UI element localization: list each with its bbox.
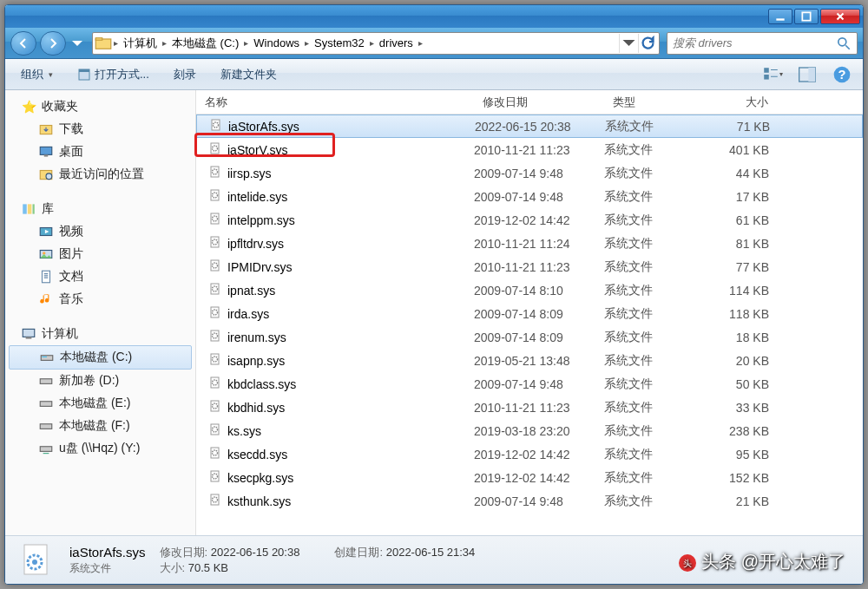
crumb-sep[interactable]: ▸ xyxy=(242,38,250,48)
crumb-system32[interactable]: System32 xyxy=(311,36,368,49)
svg-rect-1 xyxy=(802,12,810,20)
file-name: iirsp.sys xyxy=(227,167,272,180)
sidebar-item-documents[interactable]: 文档 xyxy=(5,265,195,288)
table-row[interactable]: ksthunk.sys2009-07-14 9:48系统文件21 KB xyxy=(196,489,863,513)
minimize-button[interactable] xyxy=(768,9,792,24)
table-row[interactable]: intelide.sys2009-07-14 9:48系统文件17 KB xyxy=(196,185,863,208)
file-type: 系统文件 xyxy=(604,330,708,345)
svg-point-4 xyxy=(838,37,846,45)
search-input[interactable] xyxy=(673,36,836,49)
organize-button[interactable]: 组织 xyxy=(16,63,58,86)
sidebar-item-e[interactable]: 本地磁盘 (E:) xyxy=(5,392,195,415)
table-row[interactable]: ipfltdrv.sys2010-11-21 11:24系统文件81 KB xyxy=(196,232,863,255)
libraries-label: 库 xyxy=(42,201,54,217)
file-list[interactable]: iaStorAfs.sys2022-06-15 20:38系统文件71 KBia… xyxy=(196,115,863,535)
close-button[interactable] xyxy=(820,9,860,24)
content-area: ⭐收藏夹 下载 桌面 最近访问的位置 库 视频 图片 文档 音乐 计算机 本地磁… xyxy=(5,90,863,535)
crumb-c[interactable]: 本地磁盘 (C:) xyxy=(168,36,242,51)
favorites-header[interactable]: ⭐收藏夹 xyxy=(5,95,195,118)
sidebar-item-c[interactable]: 本地磁盘 (C:) xyxy=(9,345,192,370)
openwith-button[interactable]: 打开方式... xyxy=(72,63,155,86)
crumb-computer[interactable]: 计算机 xyxy=(120,36,161,51)
table-row[interactable]: kbdclass.sys2009-07-14 9:48系统文件50 KB xyxy=(196,372,863,396)
sidebar-item-f[interactable]: 本地磁盘 (F:) xyxy=(5,415,195,437)
sidebar-item-videos[interactable]: 视频 xyxy=(5,220,195,243)
crumb-sep[interactable]: ▸ xyxy=(368,38,376,48)
col-type[interactable]: 类型 xyxy=(604,95,708,110)
help-button[interactable]: ? xyxy=(832,64,852,85)
maximize-button[interactable] xyxy=(794,9,819,24)
col-size[interactable]: 大小 xyxy=(708,95,795,110)
address-bar[interactable]: ▸ 计算机 ▸ 本地磁盘 (C:) ▸ Windows ▸ System32 ▸… xyxy=(92,32,660,55)
file-name: ksecpkg.sys xyxy=(227,471,293,485)
preview-button[interactable] xyxy=(797,64,818,85)
crumb-sep[interactable]: ▸ xyxy=(417,38,424,48)
table-row[interactable]: ipnat.sys2009-07-14 8:10系统文件114 KB xyxy=(196,278,863,302)
file-name: iaStorV.sys xyxy=(227,143,288,157)
sysfile-icon xyxy=(208,235,222,252)
file-name: kbdclass.sys xyxy=(227,377,296,391)
svg-point-69 xyxy=(32,560,37,565)
sidebar-item-recent[interactable]: 最近访问的位置 xyxy=(5,163,195,186)
favorites-label: 收藏夹 xyxy=(42,99,78,115)
table-row[interactable]: iaStorV.sys2010-11-21 11:23系统文件401 KB xyxy=(196,138,863,161)
file-date: 2019-12-02 14:42 xyxy=(474,448,604,461)
openwith-icon xyxy=(77,68,91,82)
svg-rect-28 xyxy=(42,357,47,357)
column-header: 名称 修改日期 类型 大小 xyxy=(196,90,863,115)
computer-header[interactable]: 计算机 xyxy=(5,323,195,345)
burn-button[interactable]: 刻录 xyxy=(168,63,201,86)
col-name[interactable]: 名称 xyxy=(196,95,474,110)
recent-icon xyxy=(38,167,54,182)
table-row[interactable]: IPMIDrv.sys2010-11-21 11:23系统文件77 KB xyxy=(196,255,863,278)
file-name: ipnat.sys xyxy=(227,284,275,298)
nav-label: 文档 xyxy=(59,269,83,285)
titlebar xyxy=(5,5,863,28)
file-name: IPMIDrv.sys xyxy=(227,260,292,274)
crumb-sep[interactable]: ▸ xyxy=(112,38,120,48)
table-row[interactable]: isapnp.sys2019-05-21 13:48系统文件20 KB xyxy=(196,349,863,372)
table-row[interactable]: kbdhid.sys2010-11-21 11:23系统文件33 KB xyxy=(196,396,863,419)
file-date: 2022-06-15 20:38 xyxy=(475,120,605,134)
file-date: 2009-07-14 9:48 xyxy=(474,167,604,180)
sysfile-icon xyxy=(208,469,222,486)
view-button[interactable]: ▾ xyxy=(762,64,783,85)
sidebar-item-pictures[interactable]: 图片 xyxy=(5,243,195,265)
search-icon xyxy=(836,36,852,51)
sidebar-item-music[interactable]: 音乐 xyxy=(5,288,195,311)
sysfile-icon xyxy=(208,282,222,298)
file-date: 2009-07-14 9:48 xyxy=(474,494,604,508)
table-row[interactable]: iaStorAfs.sys2022-06-15 20:38系统文件71 KB xyxy=(196,115,863,138)
back-button[interactable] xyxy=(10,31,36,56)
refresh-button[interactable] xyxy=(638,34,657,53)
nav-label: 视频 xyxy=(59,224,83,239)
sidebar-item-netdrive[interactable]: u盘 (\\Hqz) (Y:) xyxy=(5,437,195,460)
table-row[interactable]: irenum.sys2009-07-14 8:09系统文件18 KB xyxy=(196,325,863,349)
table-row[interactable]: iirsp.sys2009-07-14 9:48系统文件44 KB xyxy=(196,161,863,185)
search-box[interactable] xyxy=(667,32,858,55)
history-dropdown[interactable] xyxy=(69,33,85,54)
crumb-drivers[interactable]: drivers xyxy=(376,36,417,49)
sidebar-item-d[interactable]: 新加卷 (D:) xyxy=(5,370,195,392)
size-value: 70.5 KB xyxy=(188,561,228,574)
table-row[interactable]: ksecpkg.sys2019-12-02 14:42系统文件152 KB xyxy=(196,466,863,489)
sidebar-item-desktop[interactable]: 桌面 xyxy=(5,141,195,163)
svg-rect-18 xyxy=(23,204,27,213)
table-row[interactable]: ks.sys2019-03-18 23:20系统文件238 KB xyxy=(196,419,863,442)
create-label: 创建日期: xyxy=(334,546,383,559)
star-icon: ⭐ xyxy=(21,99,36,115)
crumb-sep[interactable]: ▸ xyxy=(303,38,311,48)
newfolder-button[interactable]: 新建文件夹 xyxy=(215,63,282,86)
forward-button[interactable] xyxy=(40,31,66,56)
svg-rect-3 xyxy=(95,37,102,40)
col-date[interactable]: 修改日期 xyxy=(474,95,604,110)
table-row[interactable]: irda.sys2009-07-14 8:09系统文件118 KB xyxy=(196,302,863,325)
file-area: 名称 修改日期 类型 大小 iaStorAfs.sys2022-06-15 20… xyxy=(196,90,863,535)
addr-dropdown[interactable] xyxy=(619,34,638,53)
table-row[interactable]: ksecdd.sys2019-12-02 14:42系统文件95 KB xyxy=(196,442,863,466)
crumb-sep[interactable]: ▸ xyxy=(161,38,168,48)
crumb-windows[interactable]: Windows xyxy=(250,36,303,49)
libraries-header[interactable]: 库 xyxy=(5,198,195,220)
sidebar-item-downloads[interactable]: 下载 xyxy=(5,118,195,141)
table-row[interactable]: intelppm.sys2019-12-02 14:42系统文件61 KB xyxy=(196,208,863,232)
